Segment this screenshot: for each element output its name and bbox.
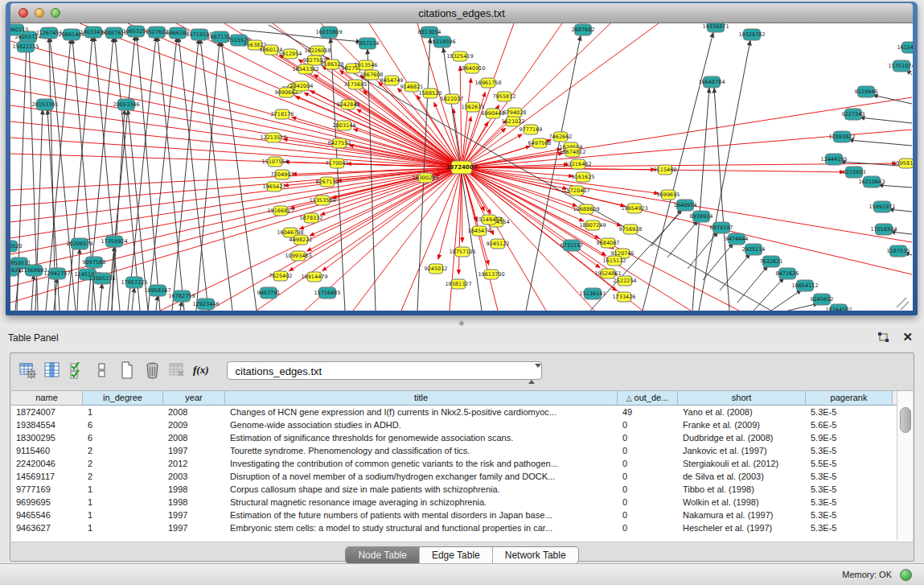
graph-node[interactable]: 19613700 <box>478 270 504 279</box>
table-cell[interactable]: 2 <box>83 444 163 457</box>
table-cell[interactable]: 18724007 <box>11 406 83 418</box>
graph-node[interactable]: 6794028 <box>503 108 527 117</box>
graph-node[interactable]: 19654923 <box>621 204 647 213</box>
graph-node[interactable]: 7955812 <box>493 92 516 101</box>
table-cell[interactable]: 1 <box>83 496 163 509</box>
table-cell[interactable]: 14569117 <box>11 470 83 483</box>
graph-edge-black[interactable] <box>221 41 257 311</box>
table-cell[interactable]: 0 <box>618 431 678 444</box>
graph-edge-black[interactable] <box>848 140 912 146</box>
table-cell[interactable]: 1 <box>83 521 163 534</box>
graph-node[interactable]: 7625402 <box>269 271 293 281</box>
graph-node[interactable]: 1640954 <box>674 200 697 211</box>
graph-node[interactable]: 8471626 <box>776 268 799 279</box>
column-header-short[interactable]: short <box>678 391 806 406</box>
graph-node[interactable]: 8427552 <box>328 138 351 148</box>
table-select-dropdown[interactable]: citations_edges.txt <box>227 361 542 380</box>
graph-node[interactable]: 12093822 <box>828 131 855 142</box>
graph-node[interactable]: 7857224 <box>356 38 380 49</box>
graph-node[interactable]: 16961758 <box>474 78 501 88</box>
graph-node[interactable]: 11353594 <box>309 196 335 205</box>
graph-node[interactable]: 17957225 <box>121 277 147 288</box>
graph-node[interactable]: 18640910 <box>458 64 485 73</box>
table-cell[interactable]: 18300295 <box>11 431 83 444</box>
minimize-window-button[interactable] <box>35 8 44 18</box>
graph-node[interactable]: 9245652 <box>811 294 834 305</box>
graph-edge-black[interactable] <box>878 185 912 187</box>
table-cell[interactable]: 1 <box>83 483 163 496</box>
column-header-name[interactable]: name <box>11 391 83 406</box>
table-cell[interactable]: 1997 <box>163 521 225 534</box>
graph-node[interactable]: 13216462 <box>565 159 591 169</box>
graph-node[interactable]: 9097588 <box>83 257 106 268</box>
table-cell[interactable]: 5.3E-5 <box>806 509 893 521</box>
graph-node[interactable]: 19166827 <box>267 206 294 216</box>
table-cell[interactable]: 5.3E-5 <box>806 496 893 509</box>
graph-node[interactable]: 16914479 <box>301 272 327 282</box>
graph-node[interactable]: 4498222 <box>290 235 313 245</box>
graph-node[interactable]: 5878332 <box>300 213 323 223</box>
table-row[interactable]: 1872400712008Changes of HCN gene express… <box>11 406 913 418</box>
table-cell[interactable]: 5.6E-5 <box>806 418 893 431</box>
table-row[interactable]: 1456911722003Disruption of a novel membe… <box>11 470 913 483</box>
table-cell[interactable]: 2009 <box>163 418 225 431</box>
graph-node[interactable]: 9215953 <box>843 167 866 178</box>
tab-edge-table[interactable]: Edge Table <box>420 547 493 563</box>
graph-node[interactable]: 12942757 <box>43 268 70 279</box>
table-row[interactable]: 911546021997Tourette syndrome. Phenomeno… <box>11 444 913 457</box>
table-cell[interactable]: 2008 <box>163 431 225 444</box>
table-cell[interactable]: Estimation of the future numbers of pati… <box>225 509 618 521</box>
zoom-window-button[interactable] <box>51 8 60 18</box>
table-cell[interactable]: 2 <box>83 457 163 470</box>
graph-edge-red[interactable] <box>10 167 462 238</box>
table-cell[interactable]: Genome-wide association studies in ADHD. <box>225 418 618 431</box>
graph-node[interactable]: 15107554 <box>261 157 288 167</box>
scrollbar-thumb[interactable] <box>900 407 911 433</box>
graph-node[interactable]: 9227343 <box>842 109 865 120</box>
table-cell[interactable]: 9465546 <box>11 509 83 521</box>
graph-node[interactable]: 10654112 <box>791 280 818 291</box>
graph-node[interactable]: 15716485 <box>314 287 340 299</box>
table-cell[interactable]: Stergiakouli et al. (2012) <box>678 457 806 470</box>
graph-edge-black[interactable] <box>860 117 912 123</box>
graph-edge-black[interactable] <box>47 109 60 311</box>
graph-node[interactable]: 7204907 <box>271 170 294 179</box>
function-builder-icon[interactable]: f(x) <box>193 364 209 377</box>
column-header-title[interactable]: title <box>225 391 618 406</box>
graph-node[interactable]: 9756928 <box>619 225 643 234</box>
graph-edge-black[interactable] <box>132 287 134 311</box>
graph-node[interactable]: 18244502 <box>825 304 852 311</box>
tab-node-table[interactable]: Node Table <box>346 547 420 563</box>
graph-edge-black[interactable] <box>115 37 140 311</box>
graph-node[interactable]: 1588520 <box>419 89 442 98</box>
table-cell[interactable]: 0 <box>618 457 678 470</box>
graph-node[interactable]: 17359924 <box>101 236 127 247</box>
graph-node[interactable]: 9457791 <box>257 287 281 299</box>
graph-node[interactable]: 5822037 <box>441 94 464 104</box>
table-cell[interactable]: Corpus callosum shape and size in male p… <box>225 483 618 496</box>
graph-node[interactable]: 2522254 <box>614 276 637 286</box>
table-cell[interactable]: 1998 <box>163 483 225 496</box>
graph-node[interactable]: 19524861 <box>594 269 621 278</box>
table-row[interactable]: 946554611997Estimation of the future num… <box>11 509 913 521</box>
graph-edge-black[interactable] <box>714 88 729 311</box>
graph-node[interactable]: 16648784 <box>698 76 725 88</box>
graph-node[interactable]: 1615132 <box>603 256 626 266</box>
graph-edge-black[interactable] <box>737 266 768 303</box>
table-cell[interactable]: 5.3E-5 <box>806 483 893 496</box>
table-cell[interactable]: 2 <box>83 470 163 483</box>
graph-node[interactable]: 9115460 <box>654 165 677 175</box>
graph-node[interactable]: 10993483 <box>285 251 311 261</box>
graph-edge-black[interactable] <box>179 37 208 311</box>
graph-node[interactable]: 12213519 <box>260 133 286 142</box>
table-cell[interactable]: Changes of HCN gene expression and I(f) … <box>225 406 618 418</box>
table-vertical-scrollbar[interactable] <box>897 391 913 540</box>
table-cell[interactable]: Wolkin et al. (1998) <box>678 496 806 509</box>
table-cell[interactable]: 22420046 <box>11 457 83 470</box>
graph-node[interactable]: 7632621 <box>760 256 783 267</box>
graph-node[interactable]: 18300295 <box>412 173 438 183</box>
graph-node[interactable]: 18325419 <box>446 51 473 61</box>
table-cell[interactable]: 0 <box>618 496 678 509</box>
table-cell[interactable]: de Silva et al. (2003) <box>678 470 806 483</box>
float-panel-icon[interactable] <box>877 332 890 344</box>
